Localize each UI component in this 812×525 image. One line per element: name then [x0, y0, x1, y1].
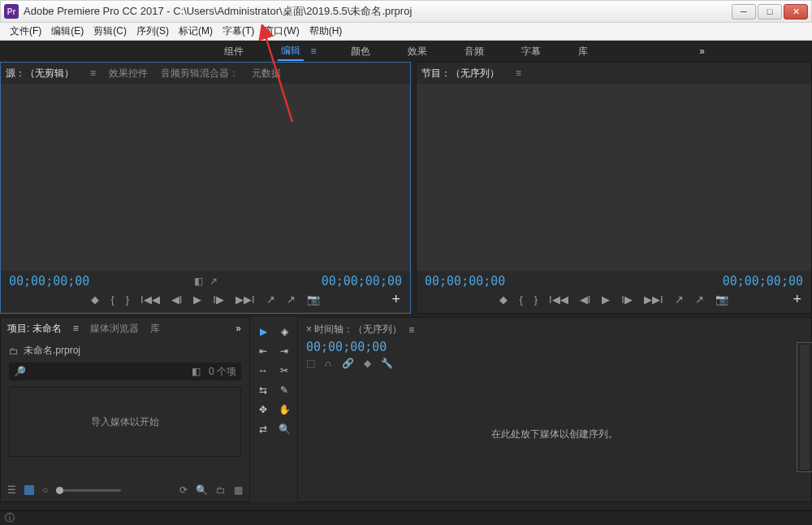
filter-icon[interactable]: ◧: [192, 366, 201, 377]
workspace-editing[interactable]: 编辑: [278, 42, 304, 61]
tab-metadata[interactable]: 元数据: [252, 67, 281, 80]
timeline-tab[interactable]: × 时间轴：（无序列）: [306, 323, 402, 336]
camera-button[interactable]: 📷: [715, 293, 728, 306]
find-button[interactable]: 🔍: [196, 484, 208, 496]
workspace-titles[interactable]: 字幕: [518, 43, 544, 60]
marker-button[interactable]: ◆: [91, 293, 99, 306]
mark-out-button[interactable]: }: [126, 293, 129, 306]
slide-tool[interactable]: ✥: [257, 403, 270, 416]
tab-audio-mixer[interactable]: 音频剪辑混合器：: [161, 67, 239, 80]
project-drop-area[interactable]: 导入媒体以开始: [9, 387, 241, 457]
timeline-playhead-time: 00;00;00;00: [306, 340, 803, 354]
program-viewport: [417, 84, 811, 271]
tabs-overflow[interactable]: »: [235, 323, 243, 334]
play-button[interactable]: ▶: [193, 293, 201, 306]
menu-window[interactable]: 窗口(W): [259, 23, 304, 40]
workspace-library[interactable]: 库: [575, 43, 591, 60]
selection-tool[interactable]: ▶: [257, 325, 270, 338]
razor-tool[interactable]: ✂: [278, 364, 291, 377]
lift-button[interactable]: ↗: [675, 293, 684, 306]
menu-marker[interactable]: 标记(M): [174, 23, 218, 40]
workspace-assembly[interactable]: 组件: [221, 43, 247, 60]
camera-button[interactable]: 📷: [307, 293, 320, 306]
panel-menu-icon[interactable]: ≡: [73, 323, 79, 334]
workspace-audio[interactable]: 音频: [461, 43, 487, 60]
project-search[interactable]: 🔎 ◧ 0 个项: [9, 362, 241, 380]
link-toggle[interactable]: 🔗: [342, 358, 354, 369]
track-select-tool[interactable]: ◈: [278, 325, 291, 338]
close-button[interactable]: ✕: [784, 4, 808, 20]
menu-edit[interactable]: 编辑(E): [46, 23, 89, 40]
burger-icon[interactable]: ≡: [310, 46, 316, 57]
workspace-effects[interactable]: 效果: [404, 43, 430, 60]
pen-tool[interactable]: ✎: [278, 384, 291, 397]
step-back-button[interactable]: ◀I: [171, 293, 183, 306]
workspace-more[interactable]: »: [699, 46, 706, 57]
search-input[interactable]: [31, 366, 187, 377]
marker-toggle[interactable]: ◆: [364, 358, 371, 369]
export-frame-icon[interactable]: ↗: [209, 276, 218, 287]
zoom-tool[interactable]: 🔍: [278, 423, 291, 436]
zoom-slider[interactable]: [56, 489, 121, 492]
step-forward-button[interactable]: I▶: [621, 293, 633, 306]
timeline-drop-area[interactable]: 在此处放下媒体以创建序列。: [306, 372, 803, 497]
program-time-out: 00;00;00;00: [723, 274, 803, 289]
menu-file[interactable]: 文件(F): [5, 23, 46, 40]
go-start-button[interactable]: I◀◀: [549, 293, 568, 306]
tools-panel: ▶◈ ⇤⇥ ↔✂ ⇆✎ ✥✋ ⇄🔍: [250, 317, 297, 502]
insert-button[interactable]: ↗: [266, 293, 275, 306]
fit-icon[interactable]: ◧: [194, 276, 203, 287]
menu-title[interactable]: 字幕(T): [218, 23, 259, 40]
maximize-button[interactable]: □: [758, 4, 782, 20]
timeline-drop-hint: 在此处放下媒体以创建序列。: [491, 427, 618, 441]
snap-toggle[interactable]: ⬚: [306, 358, 315, 369]
panel-menu-icon[interactable]: ≡: [90, 67, 96, 79]
rate-stretch-tool[interactable]: ↔: [257, 364, 270, 377]
tab-library[interactable]: 库: [150, 322, 160, 336]
ripple-edit-tool[interactable]: ⇤: [257, 345, 270, 358]
menu-sequence[interactable]: 序列(S): [132, 23, 174, 40]
slip-tool[interactable]: ⇆: [257, 384, 270, 397]
tab-program[interactable]: 节目：（无序列）: [421, 67, 499, 80]
source-time-in: 00;00;00;00: [9, 274, 89, 289]
go-start-button[interactable]: I◀◀: [140, 293, 160, 306]
panel-menu-icon[interactable]: ≡: [516, 67, 521, 79]
menu-bar: 文件(F) 编辑(E) 剪辑(C) 序列(S) 标记(M) 字幕(T) 窗口(W…: [0, 23, 812, 41]
freeform-view-button[interactable]: ○: [42, 484, 48, 496]
step-forward-button[interactable]: I▶: [213, 293, 224, 306]
workspace-color[interactable]: 颜色: [348, 43, 374, 60]
tab-media-browser[interactable]: 媒体浏览器: [90, 322, 139, 336]
settings-button[interactable]: 🔧: [381, 358, 393, 369]
menu-clip[interactable]: 剪辑(C): [89, 23, 132, 40]
new-item-button[interactable]: ▦: [234, 484, 243, 496]
type-tool[interactable]: ⇄: [257, 423, 270, 436]
magnet-toggle[interactable]: ∩: [325, 358, 332, 369]
button-editor[interactable]: +: [391, 291, 400, 308]
extract-button[interactable]: ↗: [695, 293, 704, 306]
project-footer: ☰ ○ ⟳ 🔍 🗀 ▦: [1, 479, 249, 501]
panel-menu-icon[interactable]: ≡: [408, 324, 414, 336]
step-back-button[interactable]: ◀I: [580, 293, 591, 306]
marker-button[interactable]: ◆: [499, 293, 508, 306]
tab-source[interactable]: 源：（无剪辑）: [6, 67, 74, 80]
tab-effect-controls[interactable]: 效果控件: [109, 67, 148, 80]
hand-tool[interactable]: ✋: [278, 403, 291, 416]
program-transport: ◆ { } I◀◀ ◀I ▶ I▶ ▶▶I ↗ ↗ 📷 +: [417, 290, 811, 309]
menu-help[interactable]: 帮助(H): [304, 23, 348, 40]
overwrite-button[interactable]: ↗: [287, 293, 296, 306]
project-panel: 项目: 未命名 ≡ 媒体浏览器 库 » 🗀 未命名.prproj 🔎 ◧ 0 个…: [0, 317, 250, 502]
play-button[interactable]: ▶: [602, 293, 610, 306]
go-end-button[interactable]: ▶▶I: [644, 293, 663, 306]
new-bin-button[interactable]: 🗀: [216, 484, 226, 496]
rolling-edit-tool[interactable]: ⇥: [278, 345, 291, 358]
mark-in-button[interactable]: {: [110, 293, 114, 306]
mark-in-button[interactable]: {: [519, 293, 522, 306]
icon-view-button[interactable]: [24, 485, 34, 495]
auto-match-button[interactable]: ⟳: [179, 484, 188, 496]
tab-project[interactable]: 项目: 未命名: [7, 322, 62, 336]
minimize-button[interactable]: ─: [732, 4, 756, 20]
button-editor[interactable]: +: [793, 291, 801, 308]
mark-out-button[interactable]: }: [534, 293, 538, 306]
go-end-button[interactable]: ▶▶I: [235, 293, 255, 306]
list-view-button[interactable]: ☰: [7, 484, 16, 496]
